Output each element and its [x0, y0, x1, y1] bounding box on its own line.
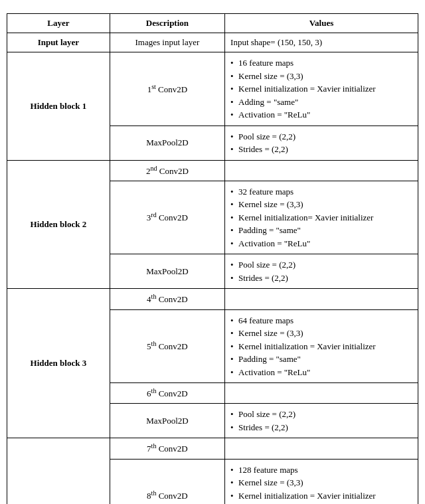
layer-values-2-2: Pool size = (2,2)Strides = (2,2) — [225, 254, 418, 289]
layer-values-0-0: Input shape= (150, 150, 3) — [225, 33, 418, 52]
layer-values-2-0 — [225, 160, 418, 181]
architecture-table: Layer Description Values Input layerImag… — [7, 13, 418, 504]
layer-group-2: Hidden block 2 — [7, 160, 110, 289]
layer-desc-4-0: 7th Conv2D — [110, 438, 224, 459]
table-wrapper: Layer Description Values Input layerImag… — [7, 13, 418, 504]
layer-values-2-1: 32 feature mapsKernel size = (3,3)Kernel… — [225, 181, 418, 254]
layer-values-4-1: 128 feature mapsKernel size = (3,3)Kerne… — [225, 459, 418, 504]
layer-desc-4-1: 8th Conv2D — [110, 459, 224, 504]
layer-desc-3-2: 6th Conv2D — [110, 383, 224, 404]
layer-desc-1-1: MaxPool2D — [110, 126, 224, 160]
layer-desc-3-1: 5th Conv2D — [110, 309, 224, 383]
header-values: Values — [225, 14, 418, 33]
layer-group-1: Hidden block 1 — [7, 52, 110, 161]
layer-values-3-2 — [225, 383, 418, 404]
layer-values-4-0 — [225, 438, 418, 459]
layer-desc-0-0: Images input layer — [110, 33, 224, 52]
layer-values-3-3: Pool size = (2,2)Strides = (2,2) — [225, 404, 418, 438]
layer-desc-3-0: 4th Conv2D — [110, 289, 224, 309]
layer-desc-3-3: MaxPool2D — [110, 404, 224, 438]
layer-group-3: Hidden block 3 — [7, 289, 110, 438]
layer-values-3-0 — [225, 289, 418, 309]
layer-desc-1-0: 1st Conv2D — [110, 52, 224, 126]
header-description: Description — [110, 14, 224, 33]
layer-values-1-1: Pool size = (2,2)Strides = (2,2) — [225, 126, 418, 160]
layer-values-3-1: 64 feature mapsKernel size = (3,3)Kernel… — [225, 309, 418, 383]
layer-desc-2-1: 3rd Conv2D — [110, 181, 224, 254]
layer-group-0: Input layer — [7, 33, 110, 52]
layer-values-1-0: 16 feature mapsKernel size = (3,3)Kernel… — [225, 52, 418, 126]
layer-desc-2-0: 2nd Conv2D — [110, 160, 224, 181]
layer-group-4: Hidden block 4 — [7, 438, 110, 504]
layer-desc-2-2: MaxPool2D — [110, 254, 224, 289]
header-layer: Layer — [7, 14, 110, 33]
